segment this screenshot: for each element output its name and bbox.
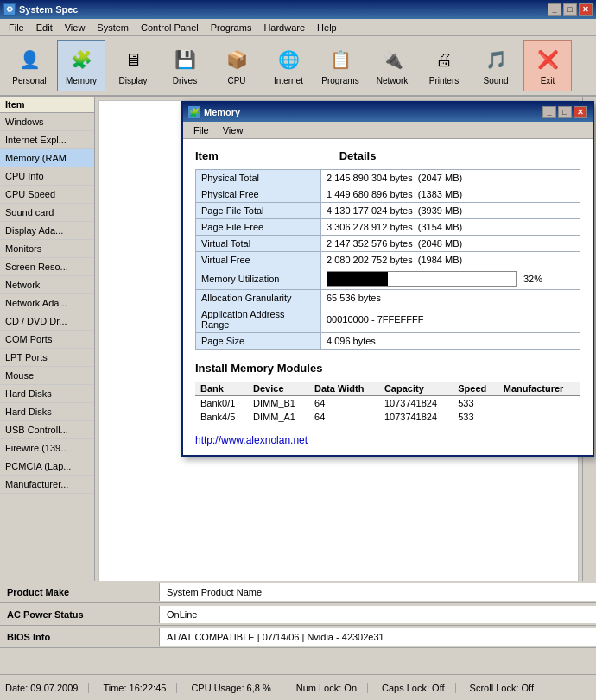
- minimize-button[interactable]: _: [548, 3, 561, 16]
- modal-maximize-button[interactable]: □: [558, 106, 572, 118]
- toolbar-personal[interactable]: 👤 Personal: [5, 40, 54, 91]
- sidebar-item-com-ports[interactable]: COM Ports: [0, 331, 94, 349]
- status-bar: Date: 09.07.2009 Time: 16:22:45 CPU Usag…: [0, 674, 596, 700]
- module-bank-1: Bank0/1: [195, 396, 248, 411]
- sidebar-item-internet-explorer[interactable]: Internet Expl...: [0, 131, 94, 149]
- menu-file[interactable]: File: [3, 21, 29, 35]
- toolbar-drives[interactable]: 💾 Drives: [161, 40, 209, 91]
- toolbar-cpu-label: CPU: [227, 76, 245, 85]
- date-label: Date: 09.07.2009: [5, 683, 78, 693]
- close-button[interactable]: ✕: [579, 3, 593, 16]
- menu-programs[interactable]: Programs: [206, 21, 257, 35]
- menu-view[interactable]: View: [60, 21, 91, 35]
- modules-title: Install Memory Modules: [195, 362, 580, 375]
- menu-edit[interactable]: Edit: [31, 21, 58, 35]
- value-virtual-free: 2 080 202 752 bytes (1984 MB): [321, 252, 580, 268]
- table-row: Page File Free 3 306 278 912 bytes (3154…: [196, 219, 580, 236]
- sidebar-item-firewire[interactable]: Firewire (139...: [0, 439, 94, 457]
- sidebar-item-cpu-speed[interactable]: CPU Speed: [0, 186, 94, 204]
- toolbar-internet-label: Internet: [274, 76, 303, 85]
- value-memory-utilization: 32%: [321, 268, 580, 290]
- sidebar-item-network-adapter[interactable]: Network Ada...: [0, 294, 94, 312]
- col-item-header: Item: [195, 149, 219, 162]
- sidebar-item-pcmcia[interactable]: PCMCIA (Lap...: [0, 457, 94, 476]
- sidebar-item-network[interactable]: Network: [0, 276, 94, 294]
- menu-control-panel[interactable]: Control Panel: [136, 21, 204, 35]
- toolbar-personal-label: Personal: [12, 76, 46, 85]
- toolbar-display[interactable]: 🖥 Display: [109, 40, 157, 91]
- menu-help[interactable]: Help: [312, 21, 342, 35]
- toolbar-internet[interactable]: 🌐 Internet: [264, 40, 313, 91]
- modules-table: Bank Device Data Width Capacity Speed Ma…: [195, 382, 580, 424]
- sidebar-item-hard-disks2[interactable]: Hard Disks –: [0, 403, 94, 421]
- module-row-2: Bank4/5 DIMM_A1 64 1073741824 533: [195, 410, 580, 424]
- title-bar: ⚙ System Spec _ □ ✕: [0, 0, 596, 19]
- modal-menu-file[interactable]: File: [187, 123, 216, 137]
- toolbar-exit[interactable]: ❌ Exit: [523, 40, 572, 91]
- bios-value: AT/AT COMPATIBLE | 07/14/06 | Nvidia - 4…: [160, 628, 596, 646]
- toolbar-printers-label: Printers: [429, 76, 459, 85]
- toolbar-network-label: Network: [377, 76, 409, 85]
- modules-section: Install Memory Modules Bank Device Data …: [195, 362, 580, 446]
- toolbar-memory[interactable]: 🧩 Memory: [57, 40, 105, 91]
- memory-modal: 🧩 Memory _ □ ✕ File View Item Details: [181, 101, 594, 457]
- main-area: Item Windows Internet Expl... Memory (RA…: [0, 97, 596, 607]
- sidebar-item-monitors[interactable]: Monitors: [0, 240, 94, 258]
- website-link[interactable]: http://www.alexnolan.net: [195, 434, 580, 446]
- sidebar-item-screen-resolution[interactable]: Screen Reso...: [0, 258, 94, 276]
- modal-close-button[interactable]: ✕: [574, 106, 587, 118]
- toolbar-printers[interactable]: 🖨 Printers: [420, 40, 468, 91]
- module-width-1: 64: [309, 396, 379, 411]
- app-icon: ⚙: [3, 3, 16, 16]
- modal-body: Item Details Physical Total 2 145 890 30…: [183, 139, 593, 455]
- module-speed-2: 533: [453, 410, 498, 424]
- modules-header-row: Bank Device Data Width Capacity Speed Ma…: [195, 382, 580, 396]
- label-memory-utilization: Memory Utilization: [196, 268, 321, 290]
- sidebar-item-usb[interactable]: USB Controll...: [0, 421, 94, 439]
- value-page-file-free: 3 306 278 912 bytes (3154 MB): [321, 219, 580, 236]
- toolbar-sound[interactable]: 🎵 Sound: [472, 40, 520, 91]
- sidebar-item-cpu-info[interactable]: CPU Info: [0, 167, 94, 186]
- sidebar-item-windows[interactable]: Windows: [0, 113, 94, 131]
- sidebar-item-dvd[interactable]: CD / DVD Dr...: [0, 312, 94, 331]
- app-title: System Spec: [19, 4, 78, 15]
- utilization-cell: 32%: [327, 271, 574, 287]
- time-label: Time: 16:22:45: [103, 683, 166, 693]
- info-row-bios: BIOS Info AT/AT COMPATIBLE | 07/14/06 | …: [0, 626, 596, 648]
- menu-hardware[interactable]: Hardware: [258, 21, 310, 35]
- toolbar: 👤 Personal 🧩 Memory 🖥 Display 💾 Drives 📦…: [0, 36, 596, 97]
- toolbar-sound-label: Sound: [484, 76, 509, 85]
- col-data-width: Data Width: [309, 382, 379, 396]
- toolbar-network[interactable]: 🔌 Network: [368, 40, 416, 91]
- sidebar-item-sound-card[interactable]: Sound card: [0, 204, 94, 222]
- col-speed: Speed: [453, 382, 498, 396]
- sidebar-item-memory[interactable]: Memory (RAM: [0, 149, 94, 167]
- status-numlock: Num Lock: On: [296, 683, 368, 693]
- modal-menu-view[interactable]: View: [216, 123, 250, 137]
- personal-icon: 👤: [16, 46, 43, 73]
- value-address-range: 00010000 - 7FFEFFFF: [321, 306, 580, 333]
- sidebar-item-lpt-ports[interactable]: LPT Ports: [0, 349, 94, 367]
- modal-minimize-button[interactable]: _: [542, 106, 556, 118]
- toolbar-memory-label: Memory: [66, 76, 97, 85]
- sidebar-item-mouse[interactable]: Mouse: [0, 367, 94, 385]
- toolbar-programs[interactable]: 📋 Programs: [316, 40, 365, 91]
- toolbar-display-label: Display: [119, 76, 148, 85]
- modal-title: Memory: [204, 107, 240, 117]
- label-allocation-granularity: Allocation Granularity: [196, 290, 321, 306]
- scrolllock-label: Scroll Lock: Off: [470, 683, 534, 693]
- sidebar-item-hard-disks[interactable]: Hard Disks: [0, 385, 94, 403]
- sidebar-item-display-adapter[interactable]: Display Ada...: [0, 222, 94, 240]
- col-manufacturer: Manufacturer: [498, 382, 580, 396]
- sidebar-item-manufacturer[interactable]: Manufacturer...: [0, 476, 94, 494]
- utilization-bar-background: [327, 271, 517, 287]
- sidebar-header: Item: [0, 97, 94, 113]
- table-row: Physical Free 1 449 680 896 bytes (1383 …: [196, 186, 580, 203]
- printers-icon: 🖨: [430, 46, 458, 73]
- menu-system[interactable]: System: [92, 21, 134, 35]
- value-virtual-total: 2 147 352 576 bytes (2048 MB): [321, 236, 580, 252]
- maximize-button[interactable]: □: [563, 3, 577, 16]
- toolbar-cpu[interactable]: 📦 CPU: [212, 40, 261, 91]
- module-capacity-1: 1073741824: [379, 396, 453, 411]
- section-header: Item Details: [195, 148, 580, 164]
